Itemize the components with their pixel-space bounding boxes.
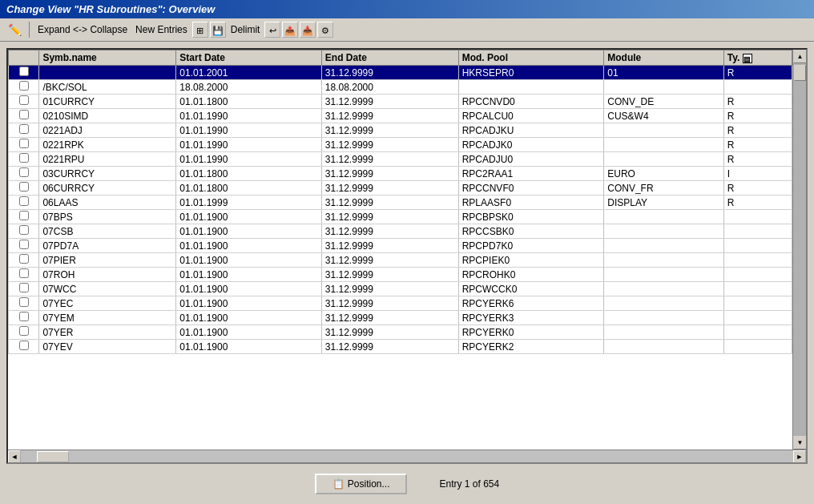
row-ty: R	[723, 138, 792, 152]
row-checkbox[interactable]	[19, 124, 29, 134]
table-row[interactable]: 07PIER01.01.190031.12.9999RPCPIEK0	[9, 253, 792, 268]
row-check-cell[interactable]	[9, 268, 39, 282]
save-icon[interactable]: 💾	[210, 22, 226, 38]
row-checkbox[interactable]	[19, 312, 29, 321]
row-check-cell[interactable]	[9, 210, 39, 224]
row-checkbox[interactable]	[19, 167, 29, 177]
table-row[interactable]: 0221ADJ01.01.199031.12.9999RPCADJKUR	[9, 123, 792, 138]
row-check-cell[interactable]	[9, 80, 39, 95]
row-checkbox[interactable]	[19, 153, 29, 163]
horiz-scrollbar[interactable]: ◄ ►	[8, 450, 806, 462]
row-enddate: 31.12.9999	[321, 123, 458, 138]
row-check-cell[interactable]	[9, 152, 39, 167]
row-check-cell[interactable]	[9, 311, 39, 325]
row-check-cell[interactable]	[9, 196, 39, 210]
row-check-cell[interactable]	[9, 167, 39, 181]
row-check-cell[interactable]	[9, 325, 39, 340]
row-check-cell[interactable]	[9, 66, 39, 80]
row-checkbox[interactable]	[19, 67, 29, 76]
row-checkbox[interactable]	[19, 95, 29, 105]
row-symbname: 0210SIMD	[39, 109, 176, 123]
row-startdate: 01.01.1900	[176, 210, 322, 224]
row-check-cell[interactable]	[9, 224, 39, 239]
window-title: Change View "HR Subroutines": Overview	[6, 3, 215, 15]
table-row[interactable]: 01.01.200131.12.9999HKRSEPR001R	[9, 66, 792, 80]
row-ty: I	[723, 167, 792, 181]
copy-icon[interactable]: ⊞	[192, 22, 208, 38]
scroll-left-button[interactable]: ◄	[8, 450, 21, 463]
row-checkbox[interactable]	[19, 341, 29, 350]
row-check-cell[interactable]	[9, 340, 39, 354]
table-row[interactable]: 0221RPK01.01.199031.12.9999RPCADJK0R	[9, 138, 792, 152]
row-checkbox[interactable]	[19, 297, 29, 307]
scroll-right-button[interactable]: ►	[793, 450, 806, 463]
horiz-scroll-track[interactable]	[21, 450, 793, 463]
row-symbname	[39, 66, 176, 80]
table-row[interactable]: 03CURRCY01.01.180031.12.9999RPC2RAA1EURO…	[9, 167, 792, 181]
row-check-cell[interactable]	[9, 239, 39, 253]
table-row[interactable]: 07PD7A01.01.190031.12.9999RPCPD7K0	[9, 239, 792, 253]
col-header-ty: Ty. ▤	[723, 50, 792, 66]
row-checkbox[interactable]	[19, 211, 29, 220]
row-module	[604, 253, 724, 268]
row-startdate: 01.01.1800	[176, 167, 322, 181]
row-check-cell[interactable]	[9, 296, 39, 311]
table-row[interactable]: 07YEV01.01.190031.12.9999RPCYERK2	[9, 340, 792, 354]
scroll-down-button[interactable]: ▼	[793, 436, 806, 450]
table-row[interactable]: /BKC/SOL18.08.200018.08.2000	[9, 80, 792, 95]
table-scroll[interactable]: Symb.name Start Date End Date Mod. Pool …	[8, 50, 792, 450]
table-row[interactable]: 07YER01.01.190031.12.9999RPCYERK0	[9, 325, 792, 340]
table-row[interactable]: 07CSB01.01.190031.12.9999RPCCSBK0	[9, 224, 792, 239]
table-row[interactable]: 07YEM01.01.190031.12.9999RPCYERK3	[9, 311, 792, 325]
row-check-cell[interactable]	[9, 181, 39, 196]
table-row[interactable]: 07WCC01.01.190031.12.9999RPCWCCK0	[9, 282, 792, 296]
right-scrollbar[interactable]: ▲ ▼	[792, 50, 806, 450]
table-row[interactable]: 07ROH01.01.190031.12.9999RPCROHK0	[9, 268, 792, 282]
scroll-up-button[interactable]: ▲	[793, 50, 806, 63]
row-checkbox[interactable]	[19, 225, 29, 235]
table-row[interactable]: 0221RPU01.01.199031.12.9999RPCADJU0R	[9, 152, 792, 167]
config-icon[interactable]: ⚙	[317, 22, 333, 38]
row-checkbox[interactable]	[19, 268, 29, 278]
row-enddate: 31.12.9999	[321, 196, 458, 210]
row-checkbox[interactable]	[19, 326, 29, 336]
row-check-cell[interactable]	[9, 95, 39, 109]
row-modpool: RPCYERK2	[458, 340, 604, 354]
row-checkbox[interactable]	[19, 110, 29, 119]
row-enddate: 18.08.2000	[321, 80, 458, 95]
row-checkbox[interactable]	[19, 139, 29, 148]
table-row[interactable]: 0210SIMD01.01.199031.12.9999RPCALCU0CUS&…	[9, 109, 792, 123]
table-row[interactable]: 06CURRCY01.01.180031.12.9999RPCCNVF0CONV…	[9, 181, 792, 196]
col-header-enddate: End Date	[321, 50, 458, 66]
table-row[interactable]: 01CURRCY01.01.180031.12.9999RPCCNVD0CONV…	[9, 95, 792, 109]
row-check-cell[interactable]	[9, 253, 39, 268]
row-check-cell[interactable]	[9, 282, 39, 296]
row-checkbox[interactable]	[19, 182, 29, 192]
row-check-cell[interactable]	[9, 138, 39, 152]
row-enddate: 31.12.9999	[321, 340, 458, 354]
row-checkbox[interactable]	[19, 196, 29, 206]
row-check-cell[interactable]	[9, 123, 39, 138]
col-header-check	[9, 50, 39, 66]
table-row[interactable]: 07YEC01.01.190031.12.9999RPCYERK6	[9, 296, 792, 311]
undo-icon[interactable]: ↩	[264, 22, 280, 38]
pencil-button[interactable]: ✏️	[5, 22, 24, 38]
scroll-thumb[interactable]	[794, 65, 806, 81]
expand-collapse-button[interactable]: Expand <-> Collapse	[34, 22, 131, 37]
horiz-scroll-thumb[interactable]	[37, 451, 69, 462]
row-checkbox[interactable]	[19, 254, 29, 264]
row-symbname: 07BPS	[39, 210, 176, 224]
row-checkbox[interactable]	[19, 81, 29, 91]
new-entries-button[interactable]: New Entries	[132, 22, 191, 37]
row-check-cell[interactable]	[9, 109, 39, 123]
position-button[interactable]: 📋 Position...	[315, 474, 408, 494]
row-checkbox[interactable]	[19, 240, 29, 249]
row-module	[604, 239, 724, 253]
upload-icon[interactable]: 📤	[282, 22, 298, 38]
row-checkbox[interactable]	[19, 283, 29, 292]
scroll-track[interactable]	[793, 63, 806, 436]
table-row[interactable]: 07BPS01.01.190031.12.9999RPCBPSK0	[9, 210, 792, 224]
table-row[interactable]: 06LAAS01.01.199931.12.9999RPLAASF0DISPLA…	[9, 196, 792, 210]
download-icon[interactable]: 📥	[300, 22, 316, 38]
delimit-button[interactable]: Delimit	[228, 22, 264, 37]
